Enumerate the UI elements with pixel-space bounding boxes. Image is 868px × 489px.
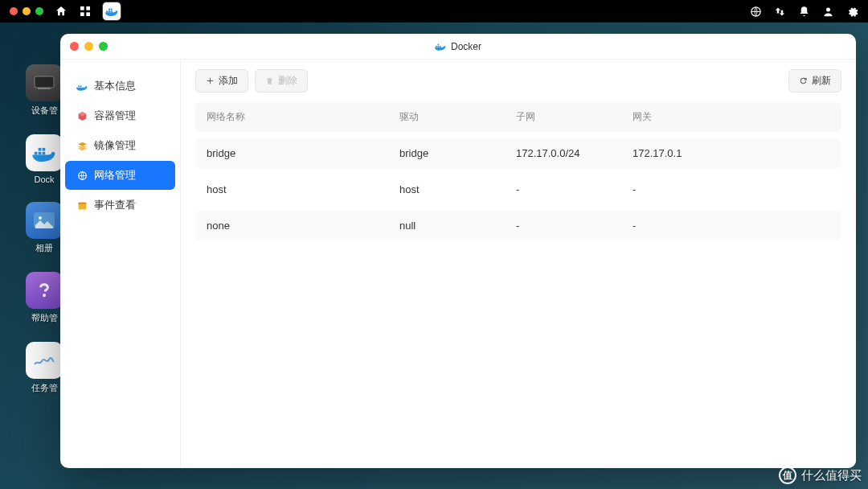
svg-rect-26 [78, 85, 80, 87]
watermark-logo-icon: 值 [779, 466, 796, 484]
table-header: 网络名称 驱动 子网 网关 [195, 102, 841, 132]
watermark: 值 什么值得买 [779, 466, 862, 484]
docker-window: Docker 基本信息 容器管理 镜像管理 网络管理 事件查 [60, 34, 856, 468]
sidebar: 基本信息 容器管理 镜像管理 网络管理 事件查看 [60, 60, 181, 468]
svg-rect-22 [436, 46, 437, 47]
globe-icon[interactable] [749, 5, 762, 18]
cell-name: bridge [207, 147, 399, 159]
sidebar-item-network[interactable]: 网络管理 [65, 161, 175, 190]
delete-button-label: 删除 [278, 74, 297, 88]
window-title: Docker [435, 41, 481, 52]
svg-rect-8 [111, 9, 113, 10]
svg-rect-12 [38, 88, 51, 89]
close-icon[interactable] [70, 42, 79, 51]
sidebar-item-label: 事件查看 [94, 198, 136, 212]
whale-icon [76, 80, 88, 92]
col-header-driver: 驱动 [399, 110, 516, 124]
plus-icon [206, 76, 215, 85]
table-row[interactable]: bridge bridge 172.17.0.0/24 172.17.0.1 [195, 138, 841, 168]
minimize-icon[interactable] [84, 42, 93, 51]
svg-rect-14 [39, 152, 42, 155]
dock-item-label: Dock [34, 175, 54, 184]
grid-icon[interactable] [79, 5, 92, 18]
desktop-dock: 设备管 Dock 相册 帮助管 任务管 [26, 64, 63, 394]
window-traffic-lights[interactable] [70, 42, 108, 51]
home-icon[interactable] [55, 5, 68, 18]
svg-rect-2 [80, 12, 84, 16]
calendar-icon [76, 199, 88, 211]
cell-subnet: 172.17.0.0/24 [516, 147, 633, 159]
cell-driver: bridge [399, 147, 516, 159]
add-button[interactable]: 添加 [195, 69, 248, 92]
bell-icon[interactable] [797, 5, 810, 18]
sidebar-item-label: 容器管理 [94, 109, 136, 123]
cell-gateway: - [633, 220, 830, 232]
refresh-button[interactable]: 刷新 [788, 69, 841, 92]
dock-item-label: 帮助管 [31, 312, 58, 324]
system-traffic-lights [10, 7, 43, 15]
cell-driver: null [399, 220, 516, 232]
main-panel: 添加 删除 刷新 网络名称 驱动 子网 网关 [181, 60, 856, 468]
gear-icon[interactable] [845, 5, 858, 18]
svg-rect-5 [108, 10, 110, 12]
transfer-icon[interactable] [773, 5, 786, 18]
svg-rect-11 [35, 76, 54, 88]
sidebar-item-basic-info[interactable]: 基本信息 [65, 72, 175, 101]
svg-rect-4 [106, 10, 108, 12]
dock-item-docker[interactable]: Dock [26, 134, 63, 184]
cell-name: host [207, 183, 399, 195]
photos-icon [26, 202, 63, 239]
delete-button[interactable]: 删除 [255, 69, 308, 92]
help-icon [26, 272, 63, 309]
sidebar-item-label: 网络管理 [94, 168, 136, 183]
svg-rect-3 [86, 12, 90, 16]
table-row[interactable]: none null - - [195, 211, 841, 240]
svg-point-19 [39, 216, 42, 220]
dock-item-device[interactable]: 设备管 [26, 64, 63, 117]
svg-point-20 [43, 294, 46, 298]
user-icon[interactable] [821, 5, 834, 18]
sidebar-item-label: 基本信息 [94, 79, 136, 93]
table-row[interactable]: host host - - [195, 175, 841, 204]
svg-rect-25 [437, 44, 439, 46]
sidebar-item-containers[interactable]: 容器管理 [65, 101, 175, 130]
tasks-icon [26, 342, 63, 379]
dock-item-photos[interactable]: 相册 [26, 202, 63, 254]
system-menubar [0, 0, 868, 23]
watermark-text: 什么值得买 [801, 468, 862, 483]
cell-gateway: - [633, 183, 830, 195]
svg-rect-0 [80, 6, 84, 10]
cell-driver: host [399, 183, 516, 195]
cell-gateway: 172.17.0.1 [633, 147, 830, 159]
svg-rect-13 [35, 152, 38, 155]
dock-item-label: 设备管 [31, 105, 58, 117]
svg-rect-30 [78, 202, 86, 203]
dock-item-tasks[interactable]: 任务管 [26, 342, 63, 394]
window-titlebar[interactable]: Docker [60, 34, 856, 60]
svg-rect-23 [437, 46, 439, 47]
cell-name: none [207, 220, 399, 232]
svg-rect-16 [39, 148, 42, 151]
globe-icon [76, 170, 88, 181]
svg-rect-6 [111, 10, 113, 12]
layers-icon [76, 140, 88, 151]
dock-item-help[interactable]: 帮助管 [26, 272, 63, 324]
device-icon [26, 64, 63, 101]
maximize-icon[interactable] [99, 42, 108, 51]
sidebar-item-events[interactable]: 事件查看 [65, 191, 175, 220]
sidebar-item-label: 镜像管理 [94, 138, 136, 153]
docker-taskbar-icon[interactable] [103, 2, 121, 20]
add-button-label: 添加 [219, 74, 238, 88]
svg-rect-17 [43, 148, 46, 151]
svg-rect-27 [80, 85, 82, 87]
sidebar-item-images[interactable]: 镜像管理 [65, 131, 175, 160]
refresh-button-label: 刷新 [812, 74, 831, 88]
svg-rect-7 [108, 9, 110, 10]
dock-item-label: 任务管 [31, 382, 58, 394]
svg-rect-1 [86, 6, 90, 10]
cube-icon [76, 110, 88, 121]
network-table: 网络名称 驱动 子网 网关 bridge bridge 172.17.0.0/2… [181, 102, 856, 240]
col-header-subnet: 子网 [516, 110, 633, 124]
cell-subnet: - [516, 183, 633, 195]
trash-icon [265, 76, 274, 85]
